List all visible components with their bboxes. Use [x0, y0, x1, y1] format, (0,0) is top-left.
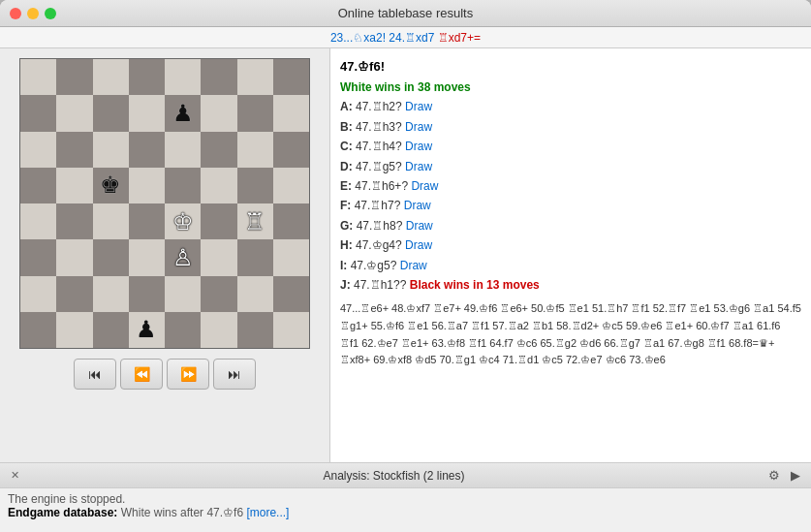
move-option[interactable]: H: 47.♔g4? Draw	[340, 235, 801, 255]
square-5-4[interactable]: ♙	[165, 239, 201, 275]
back-button[interactable]: ⏪	[120, 359, 163, 390]
square-2-3[interactable]	[129, 132, 165, 168]
best-move-line: 47.♔f6!	[340, 56, 801, 78]
square-7-7[interactable]	[273, 312, 309, 348]
title-bar: Online tablebase results	[0, 0, 811, 27]
square-0-3[interactable]	[129, 59, 165, 95]
analysis-close-button[interactable]: ✕	[8, 469, 21, 483]
square-0-6[interactable]	[237, 59, 273, 95]
square-1-5[interactable]	[201, 95, 236, 131]
square-5-0[interactable]	[20, 239, 56, 275]
square-1-7[interactable]	[273, 95, 309, 131]
minimize-button[interactable]	[27, 8, 39, 19]
square-7-0[interactable]	[20, 312, 56, 348]
square-7-6[interactable]	[237, 312, 273, 348]
analysis-body: The engine is stopped. Endgame database:…	[0, 488, 811, 523]
square-4-6[interactable]: ♖	[237, 203, 273, 239]
play-icon[interactable]: ▶	[788, 468, 803, 484]
square-3-6[interactable]	[237, 168, 273, 203]
square-4-5[interactable]	[201, 203, 236, 239]
move-result: Draw	[404, 199, 431, 212]
square-7-3[interactable]: ♟	[129, 312, 165, 348]
square-5-1[interactable]	[56, 239, 92, 275]
square-1-2[interactable]	[93, 95, 129, 131]
square-7-1[interactable]	[56, 312, 92, 348]
square-5-5[interactable]	[201, 239, 236, 275]
move-notation: 47.♖g5?	[356, 160, 405, 173]
square-6-3[interactable]	[129, 276, 165, 312]
square-0-1[interactable]	[56, 59, 92, 95]
square-5-3[interactable]	[129, 239, 165, 275]
square-2-1[interactable]	[56, 132, 92, 168]
move-label: G:	[340, 219, 357, 233]
square-2-6[interactable]	[237, 132, 273, 168]
move-label: D:	[340, 160, 356, 173]
square-3-1[interactable]	[56, 168, 92, 203]
square-6-5[interactable]	[201, 276, 236, 312]
square-7-4[interactable]	[165, 312, 201, 348]
forward-button[interactable]: ⏩	[167, 359, 209, 390]
square-2-5[interactable]	[201, 132, 236, 168]
square-1-3[interactable]	[129, 95, 165, 131]
square-2-4[interactable]	[165, 132, 201, 168]
square-1-6[interactable]	[237, 95, 273, 131]
main-window: Online tablebase results 23...♘xa2! 24.♖…	[0, 0, 811, 532]
square-4-4[interactable]: ♔	[165, 203, 201, 239]
square-4-1[interactable]	[56, 203, 92, 239]
square-2-2[interactable]	[93, 132, 129, 168]
move-result: Draw	[405, 120, 432, 134]
move-option[interactable]: I: 47.♔g5? Draw	[340, 256, 801, 275]
move-option[interactable]: A: 47.♖h2? Draw	[340, 97, 801, 116]
gear-icon[interactable]: ⚙	[766, 468, 782, 484]
skip-forward-button[interactable]: ⏭	[213, 359, 256, 390]
square-1-4[interactable]: ♟	[165, 95, 201, 131]
square-6-0[interactable]	[20, 276, 56, 312]
square-3-5[interactable]	[201, 168, 236, 203]
win-text: White wins in 38 moves	[340, 78, 801, 97]
square-3-2[interactable]: ♚	[93, 168, 129, 203]
square-1-0[interactable]	[20, 95, 56, 131]
move-label: A:	[340, 100, 356, 113]
traffic-lights	[10, 8, 56, 19]
more-link[interactable]: [more...]	[246, 506, 289, 519]
square-7-5[interactable]	[201, 312, 236, 348]
square-4-0[interactable]	[20, 203, 56, 239]
square-5-6[interactable]	[237, 239, 273, 275]
close-button[interactable]	[10, 8, 21, 19]
square-6-6[interactable]	[237, 276, 273, 312]
move-option[interactable]: C: 47.♖h4? Draw	[340, 137, 801, 156]
square-6-4[interactable]	[165, 276, 201, 312]
square-0-4[interactable]	[165, 59, 201, 95]
move-option[interactable]: F: 47.♖h7? Draw	[340, 196, 801, 215]
move-option[interactable]: D: 47.♖g5? Draw	[340, 157, 801, 176]
square-3-7[interactable]	[273, 168, 309, 203]
skip-back-button[interactable]: ⏮	[74, 359, 116, 390]
square-6-1[interactable]	[56, 276, 92, 312]
move-option[interactable]: E: 47.♖h6+? Draw	[340, 176, 801, 196]
move-result: Draw	[405, 160, 432, 173]
square-3-4[interactable]	[165, 168, 201, 203]
square-4-2[interactable]	[93, 203, 129, 239]
best-move: 47.♔f6!	[340, 59, 385, 74]
square-0-5[interactable]	[201, 59, 236, 95]
move-option[interactable]: B: 47.♖h3? Draw	[340, 117, 801, 137]
square-4-7[interactable]	[273, 203, 309, 239]
square-3-0[interactable]	[20, 168, 56, 203]
maximize-button[interactable]	[45, 8, 56, 19]
move-option[interactable]: G: 47.♖h8? Draw	[340, 216, 801, 235]
square-0-7[interactable]	[273, 59, 309, 95]
square-2-0[interactable]	[20, 132, 56, 168]
move-option[interactable]: J: 47.♖h1?? Black wins in 13 moves	[340, 275, 801, 295]
square-5-2[interactable]	[93, 239, 129, 275]
results-scroll[interactable]: 47.♔f6! White wins in 38 moves A: 47.♖h2…	[329, 48, 811, 462]
square-6-7[interactable]	[273, 276, 309, 312]
square-5-7[interactable]	[273, 239, 309, 275]
square-4-3[interactable]	[129, 203, 165, 239]
square-1-1[interactable]	[56, 95, 92, 131]
square-3-3[interactable]	[129, 168, 165, 203]
square-7-2[interactable]	[93, 312, 129, 348]
square-6-2[interactable]	[93, 276, 129, 312]
square-0-0[interactable]	[20, 59, 56, 95]
square-2-7[interactable]	[273, 132, 309, 168]
square-0-2[interactable]	[93, 59, 129, 95]
